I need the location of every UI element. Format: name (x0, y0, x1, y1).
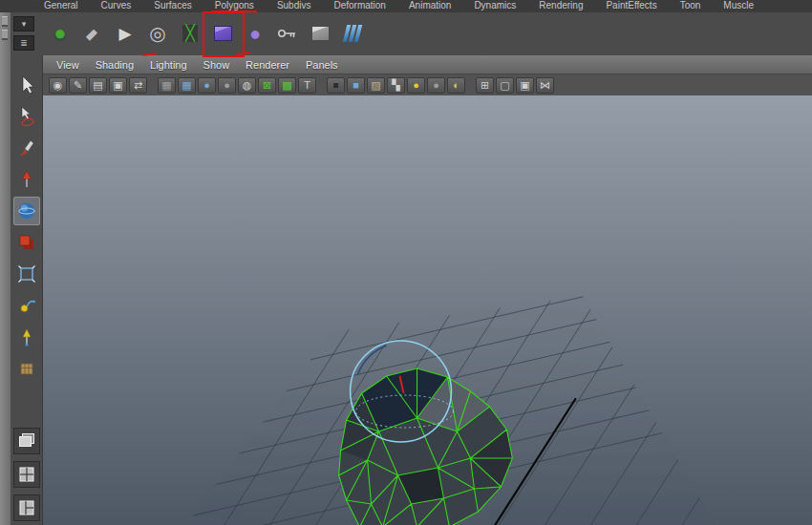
move-tool-button[interactable] (13, 165, 40, 194)
flat-shaded-icon: ● (224, 80, 230, 91)
paint-brush-icon (15, 136, 38, 159)
shelf-tab-curves[interactable]: Curves (101, 0, 132, 12)
shelf-menu-icon: ≣ (20, 39, 28, 48)
shelf-polysphere-button[interactable]: ● (239, 14, 271, 52)
panel-menu-lighting[interactable]: Lighting (150, 59, 187, 71)
camera-select-button[interactable]: ◉ (49, 77, 67, 94)
shelf-cylinder-button[interactable]: ▮ (76, 14, 109, 52)
panel-toolbar: ◉ ✎ ▤ ▣ ⇄ ▦ ▦ ● ● ◍ ⊠ ▩ T ■ ■ ▨ ▚ ● ● ◐ … (43, 74, 812, 96)
shelf-subdiv-cube-button[interactable] (304, 14, 336, 52)
panel-menu-show[interactable]: Show (203, 59, 230, 71)
smooth-shaded-icon: ● (203, 80, 210, 91)
shelf-key-button[interactable] (271, 14, 304, 52)
maya-window: General Curves Surfaces Polygons Subdivs… (0, 0, 812, 525)
checker-cube-button[interactable]: ▚ (387, 77, 405, 94)
grid-display-button[interactable]: ▦ (158, 77, 176, 94)
shelf-plane-button[interactable]: ╳ (174, 14, 206, 52)
pan-zoom-button[interactable]: ⇄ (129, 77, 147, 94)
universal-manipulator-tool-button[interactable] (13, 260, 40, 288)
film-gate-button[interactable]: ▦ (178, 77, 196, 94)
camera-attributes-icon: ✎ (74, 80, 82, 91)
rotate-sphere-icon (15, 200, 38, 222)
annotation-underline (212, 10, 257, 12)
blue-cube-button[interactable]: ■ (347, 77, 365, 94)
shelf-tab-animation[interactable]: Animation (409, 0, 451, 12)
panel-menu-shading[interactable]: Shading (96, 59, 134, 71)
shaded-grid-button[interactable]: ▩ (278, 77, 296, 94)
striped-m-icon (343, 25, 362, 42)
shelf-tab-deformation[interactable]: Deformation (333, 0, 385, 12)
flat-shaded-button[interactable]: ● (218, 77, 236, 94)
shelf-tab-subdivs[interactable]: Subdivs (277, 0, 311, 12)
panel-menu-panels[interactable]: Panels (306, 59, 338, 71)
shelf-tab-polygons[interactable]: Polygons (215, 0, 254, 12)
shelf-tabs-toggle-button[interactable]: ▾ (13, 16, 34, 32)
soft-modification-tool-button[interactable] (13, 291, 40, 320)
texture-view-button[interactable]: T (298, 77, 316, 94)
smooth-shaded-button[interactable]: ● (198, 77, 216, 94)
window-edge-strip (0, 12, 11, 525)
shelf-polycube-button[interactable] (206, 14, 239, 52)
yellow-light-icon: ● (413, 80, 419, 91)
cube-outline-b-icon: ▣ (520, 80, 529, 91)
paint-select-tool-button[interactable] (13, 134, 40, 162)
cube-outline-a-button[interactable]: ▢ (496, 77, 514, 94)
gray-light-icon: ● (433, 80, 439, 91)
purple-sphere-icon: ● (249, 24, 261, 43)
shelf-tab-general[interactable]: General (44, 0, 78, 12)
yellow-light-button[interactable]: ● (407, 77, 425, 94)
shelf-sphere-button[interactable]: ● (44, 14, 76, 52)
scale-tool-button[interactable] (13, 228, 40, 257)
dark-cube-button[interactable]: ■ (327, 77, 345, 94)
four-pane-layout-button[interactable] (13, 461, 40, 488)
shelf-tab-rendering[interactable]: Rendering (539, 0, 583, 12)
shelf-tab-toon[interactable]: Toon (680, 0, 701, 12)
move-arrow-icon (15, 168, 38, 191)
grid-display-icon: ▦ (161, 80, 171, 91)
lasso-select-tool-button[interactable] (13, 102, 40, 131)
viewport-3d[interactable] (43, 95, 812, 525)
shelf-tab-dynamics[interactable]: Dynamics (474, 0, 516, 12)
isolate-select-button[interactable]: ⊞ (476, 77, 494, 94)
torus-rings-icon: ◎ (149, 24, 165, 43)
side-by-side-layout-button[interactable] (13, 494, 40, 521)
ambient-light-button[interactable]: ◐ (447, 77, 465, 94)
textured-sphere-button[interactable]: ◍ (238, 77, 256, 94)
shelf-tab-surfaces[interactable]: Surfaces (154, 0, 191, 12)
image-plane-button[interactable]: ▣ (109, 77, 127, 94)
shelf-maya-m-button[interactable] (336, 14, 369, 52)
shelf-tab-muscle[interactable]: Muscle (723, 0, 754, 12)
gray-light-button[interactable]: ● (427, 77, 445, 94)
viewport-panel: View Shading Lighting Show Renderer Pane… (42, 55, 812, 525)
wireframe-plane-icon: ╳ (182, 25, 198, 42)
polygon-mesh[interactable] (339, 368, 513, 525)
wireframe-on-shaded-button[interactable]: ⊠ (258, 77, 276, 94)
bookmarks-button[interactable]: ▤ (89, 77, 107, 94)
shelf-menu-button[interactable]: ≣ (13, 35, 34, 51)
grip-handle[interactable] (2, 16, 8, 27)
camera-select-icon: ◉ (53, 80, 63, 91)
shelf-tab-painteffects[interactable]: PaintEffects (606, 0, 656, 12)
shelf-cone-button[interactable]: ▶ (109, 14, 141, 52)
bookmarks-icon: ▤ (93, 80, 102, 91)
viewport-canvas[interactable] (43, 95, 812, 525)
shelf-menu-buttons: ▾ ≣ (13, 16, 34, 51)
textured-cube-button[interactable]: ▨ (367, 77, 385, 94)
last-tool-used-button[interactable] (13, 354, 40, 383)
cube-outline-b-button[interactable]: ▣ (516, 77, 534, 94)
single-pane-layout-button[interactable] (13, 428, 40, 454)
wireframe-on-shaded-icon: ⊠ (263, 80, 271, 91)
panel-menu-renderer[interactable]: Renderer (246, 59, 289, 71)
toolbox (11, 55, 42, 525)
show-manipulator-tool-button[interactable] (13, 323, 40, 351)
panel-menu-view[interactable]: View (56, 59, 79, 71)
four-pane-icon (17, 465, 36, 484)
rotate-tool-button[interactable] (13, 197, 40, 225)
grip-handle[interactable] (2, 30, 8, 40)
select-tool-button[interactable] (13, 71, 40, 99)
camera-attributes-button[interactable]: ✎ (69, 77, 87, 94)
shelf-torus-button[interactable]: ◎ (141, 14, 174, 52)
connections-button[interactable]: ⋈ (536, 77, 554, 94)
textured-cube-icon: ▨ (371, 80, 380, 91)
connections-icon: ⋈ (540, 80, 550, 91)
